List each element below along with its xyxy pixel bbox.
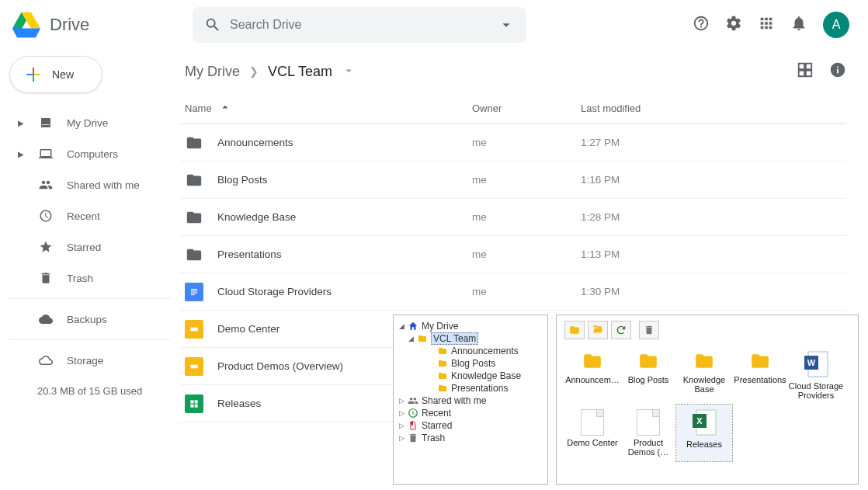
sidebar-item-my-drive[interactable]: ▶ My Drive [9,107,171,138]
file-row[interactable]: Announcementsme1:27 PM [180,124,846,162]
column-name-header[interactable]: Name [185,103,212,114]
storage-usage-text: 20.3 MB of 15 GB used [9,376,171,397]
column-owner-header[interactable]: Owner [472,103,502,114]
tree-node[interactable]: ▷Recent [398,407,543,419]
overlay-item[interactable]: Knowledge Base [676,346,732,405]
overlay-item-label: Blog Posts [628,375,669,384]
folder-icon [185,245,203,264]
tree-node-my-drive[interactable]: ◢ My Drive [398,320,543,332]
file-modified: 1:30 PM [581,286,620,297]
file-name: Demo Center [217,323,279,335]
overlay-item[interactable]: Blog Posts [620,346,676,405]
toolbar-refresh-icon[interactable] [611,321,631,339]
help-icon[interactable] [693,15,710,35]
tree-node[interactable]: Knowledge Base [398,370,543,382]
overlay-item-label: Product Demos (… [620,438,676,457]
grid-view-icon[interactable] [797,61,814,82]
overlay-item[interactable]: Product Demos (… [620,405,676,461]
toolbar-delete-icon[interactable] [639,321,659,339]
folder-icon [185,208,203,227]
sidebar-item-label: Trash [67,273,93,284]
tree-node[interactable]: ▷Shared with me [398,394,543,407]
overlay-item[interactable]: WCloud Storage Providers [788,346,844,405]
svg-rect-5 [191,290,197,291]
file-owner: me [472,248,487,260]
sidebar-item-storage[interactable]: Storage [9,345,171,376]
computers-icon [37,147,54,161]
svg-text:W: W [807,358,816,367]
sidebar-item-backups[interactable]: Backups [9,304,171,335]
trash-icon [37,271,54,285]
new-button[interactable]: New [9,56,102,93]
sidebar-item-trash[interactable]: Trash [9,262,171,294]
tree-node-icon [408,395,418,406]
drive-logo-icon [12,11,40,39]
account-avatar[interactable]: A [823,12,849,38]
plus-icon [24,65,43,84]
column-modified-header[interactable]: Last modified [581,103,641,114]
breadcrumb-current[interactable]: VCL Team [268,64,332,80]
sidebar-item-label: My Drive [67,117,108,129]
overlay-item[interactable]: Presentations [732,346,788,405]
tree-node-icon [408,433,418,443]
breadcrumb-parent[interactable]: My Drive [185,64,240,80]
file-name: Releases [217,398,261,409]
overlay-item-label: Cloud Storage Providers [788,381,844,400]
sort-arrow-up-icon[interactable] [218,100,232,116]
search-options-dropdown-icon[interactable] [491,9,522,40]
svg-rect-1 [33,68,34,74]
svg-rect-7 [191,294,195,294]
shared-icon [37,178,54,192]
tree-node[interactable]: Announcements [398,345,543,357]
tree-node-vcl-team[interactable]: ◢ VCL Team [398,332,543,345]
tree-node[interactable]: ▷Starred [398,419,543,432]
details-info-icon[interactable] [829,61,846,82]
folder-icon [185,134,203,152]
sidebar-item-shared[interactable]: Shared with me [9,169,171,200]
file-name: Cloud Storage Providers [217,286,332,297]
file-owner: me [472,286,487,297]
sidebar-item-computers[interactable]: ▶ Computers [9,138,171,169]
search-bar[interactable] [193,7,526,43]
chevron-down-icon[interactable] [342,64,356,80]
svg-rect-2 [34,74,40,75]
overlay-item-label: Announcem… [565,375,620,384]
overlay-item[interactable]: Demo Center [564,405,620,461]
expand-caret-icon[interactable]: ▶ [17,150,25,158]
svg-rect-12 [190,404,193,407]
toolbar-folder-icon[interactable] [564,321,585,339]
overlay-item-icon [692,351,717,373]
overlay-item-icon [637,409,660,436]
sidebar-item-starred[interactable]: Starred [9,231,171,262]
notifications-bell-icon[interactable] [790,15,807,35]
drive-icon [37,116,54,130]
file-name: Presentations [217,248,282,260]
overlay-item[interactable]: XReleases [676,405,732,461]
tree-node-icon [408,408,418,419]
apps-grid-icon[interactable] [758,15,775,35]
overlay-item-icon: X [692,409,717,437]
svg-rect-6 [191,292,197,293]
overlay-item-icon [636,351,661,373]
search-input[interactable] [228,17,491,33]
sheets-icon [185,394,203,413]
sidebar-item-recent[interactable]: Recent [9,200,171,231]
search-icon[interactable] [197,9,228,40]
tree-node[interactable]: Presentations [398,382,543,394]
breadcrumb: My Drive ❯ VCL Team [185,64,356,80]
file-row[interactable]: Knowledge Baseme1:28 PM [180,199,846,236]
svg-rect-4 [191,288,197,289]
tree-node[interactable]: Blog Posts [398,357,543,370]
file-row[interactable]: Presentationsme1:13 PM [180,236,846,273]
settings-gear-icon[interactable] [725,15,742,35]
overlay-item[interactable]: Announcem… [564,346,620,405]
toolbar-open-folder-icon[interactable] [588,321,608,339]
file-row[interactable]: Cloud Storage Providersme1:30 PM [180,273,846,311]
file-row[interactable]: Blog Postsme1:16 PM [180,162,846,199]
overlay-item-icon [748,351,773,373]
file-modified: 1:13 PM [581,248,620,260]
svg-rect-8 [190,327,197,331]
svg-rect-10 [190,400,193,403]
expand-caret-icon[interactable]: ▶ [17,119,25,127]
tree-node[interactable]: ▷Trash [398,432,543,444]
